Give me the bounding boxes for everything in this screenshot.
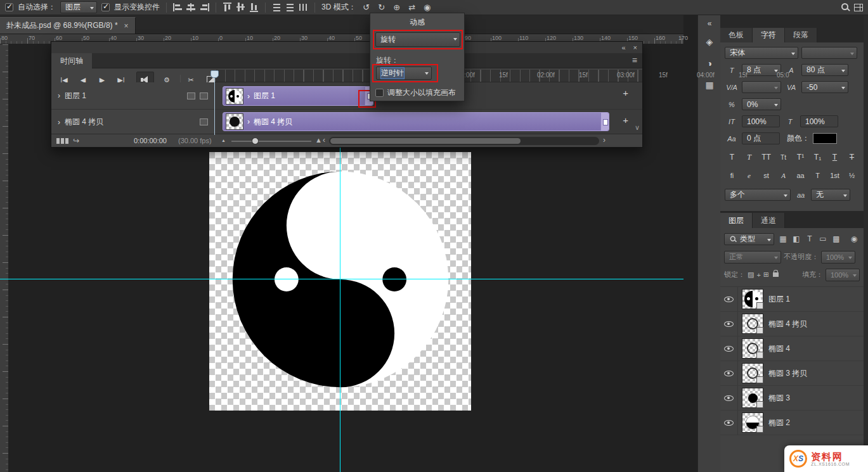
playhead-handle[interactable]: [211, 70, 219, 78]
visibility-cell[interactable]: [720, 386, 738, 410]
antialias-dropdown[interactable]: 无: [811, 189, 850, 201]
align-right-icon[interactable]: [200, 3, 209, 11]
language-dropdown[interactable]: 多个: [725, 189, 791, 201]
zoom-out-icon[interactable]: ▲: [221, 138, 226, 143]
type-style-button[interactable]: Tt: [775, 151, 791, 163]
layer-row[interactable]: 图层 1: [720, 287, 864, 312]
opentype-feature-button[interactable]: fi: [724, 169, 740, 182]
horizontal-scale-field[interactable]: 100%: [800, 115, 838, 127]
layer-thumbnail[interactable]: [742, 412, 763, 433]
layer-row[interactable]: 椭圆 4: [720, 336, 864, 361]
mode3d-icon[interactable]: ⇄: [406, 3, 418, 12]
align-left-icon[interactable]: [173, 3, 183, 11]
timeline-scrollbar[interactable]: [329, 137, 599, 145]
align-bottom-icon[interactable]: [250, 3, 258, 12]
scroll-right-icon[interactable]: ›: [603, 136, 606, 144]
layer-name[interactable]: 椭圆 4 拷贝: [768, 319, 807, 329]
eye-icon[interactable]: [724, 346, 734, 352]
add-media-button[interactable]: +: [623, 115, 628, 125]
track-toggle-icon[interactable]: [187, 92, 195, 99]
layer-thumbnail[interactable]: [742, 388, 763, 408]
scroll-left-icon[interactable]: ‹: [323, 136, 325, 144]
resize-checkbox[interactable]: [375, 89, 384, 97]
opentype-feature-button[interactable]: aa: [793, 169, 808, 182]
eye-icon[interactable]: [724, 321, 734, 327]
lock-all-icon[interactable]: [773, 272, 779, 277]
mode3d-icon[interactable]: ↺: [361, 3, 372, 12]
disclosure-icon[interactable]: ›: [58, 91, 60, 100]
opentype-feature-button[interactable]: A: [775, 169, 791, 182]
clip-layer1[interactable]: › 图层 1: [223, 86, 373, 106]
layer-filter-icon[interactable]: ▭: [817, 234, 829, 243]
tab-character[interactable]: 字符: [753, 28, 785, 42]
opentype-feature-button[interactable]: T: [810, 169, 826, 182]
type-style-button[interactable]: T: [827, 151, 843, 163]
tracking-dropdown[interactable]: -50: [801, 81, 848, 93]
proportional-spacing-dropdown[interactable]: 0%: [742, 98, 781, 110]
layer-thumbnail[interactable]: [742, 289, 763, 309]
expand-panels-icon[interactable]: «: [698, 19, 721, 28]
visibility-cell[interactable]: [720, 336, 738, 360]
track-toggle-icon[interactable]: [200, 92, 208, 99]
track-label-ellipse4copy[interactable]: › 椭圆 4 拷贝: [51, 110, 215, 134]
timeline-zoom-slider-handle[interactable]: [252, 137, 259, 144]
clip-ellipse4copy[interactable]: › 椭圆 4 拷贝: [223, 112, 609, 131]
type-style-button[interactable]: T: [844, 151, 860, 163]
layer-filter-icon[interactable]: ▩: [831, 234, 842, 243]
type-style-button[interactable]: T: [741, 151, 757, 163]
add-media-button[interactable]: +: [623, 87, 628, 98]
lock-option-icon[interactable]: ▨: [748, 271, 754, 279]
show-transform-checkbox[interactable]: [101, 3, 110, 11]
vertical-scale-field[interactable]: 100%: [742, 115, 780, 127]
scroll-tracks-down-icon[interactable]: ∨: [635, 124, 640, 132]
tab-swatches[interactable]: 色板: [720, 28, 753, 42]
font-size-dropdown[interactable]: 8 点: [742, 64, 781, 76]
disclosure-icon[interactable]: ›: [247, 92, 250, 101]
collapsed-panel-icon[interactable]: ◑: [698, 58, 721, 68]
baseline-shift-field[interactable]: 0 点: [742, 132, 780, 144]
opentype-feature-button[interactable]: 1st: [827, 169, 843, 182]
visibility-cell[interactable]: [720, 287, 738, 311]
layer-name[interactable]: 图层 1: [768, 294, 790, 305]
close-tab-icon[interactable]: ×: [124, 22, 129, 30]
clip-trim-handle[interactable]: [600, 113, 609, 131]
vertical-ruler[interactable]: [0, 44, 9, 472]
disclosure-icon[interactable]: ›: [58, 118, 60, 127]
visibility-cell[interactable]: [720, 312, 738, 336]
blend-mode-dropdown[interactable]: 正常: [724, 251, 781, 264]
close-panel-icon[interactable]: ×: [633, 44, 637, 51]
frame-display-icon[interactable]: [56, 138, 69, 144]
layer-name[interactable]: 椭圆 3: [768, 393, 790, 404]
filter-toggle-icon[interactable]: ◉: [848, 234, 860, 243]
visibility-cell[interactable]: [720, 411, 738, 435]
layer-filter-dropdown[interactable]: 类型: [724, 233, 774, 245]
auto-select-target-dropdown[interactable]: 图层: [60, 1, 97, 13]
track-toggle-icon[interactable]: [200, 118, 208, 125]
visibility-cell[interactable]: [720, 361, 738, 385]
layer-filter-icon[interactable]: ▦: [777, 234, 789, 243]
lock-option-icon[interactable]: ⊞: [763, 271, 769, 279]
opentype-feature-button[interactable]: st: [758, 169, 774, 182]
layer-name[interactable]: 椭圆 4: [768, 343, 790, 354]
distribute-left-icon[interactable]: [299, 3, 308, 12]
type-style-button[interactable]: T¹: [793, 151, 808, 163]
type-style-button[interactable]: T: [724, 151, 740, 163]
collapsed-panel-icon[interactable]: ◈: [698, 37, 721, 47]
workspace-icon[interactable]: [854, 4, 863, 11]
layer-name[interactable]: 椭圆 3 拷贝: [768, 368, 807, 379]
layer-row[interactable]: 椭圆 2: [720, 411, 864, 435]
lock-option-icon[interactable]: +: [756, 271, 760, 279]
distribute-top-icon[interactable]: [272, 3, 282, 11]
leading-dropdown[interactable]: 80 点: [801, 64, 848, 76]
eye-icon[interactable]: [724, 297, 734, 302]
track-label-layer1[interactable]: › 图层 1: [51, 82, 215, 109]
tab-channels[interactable]: 通道: [753, 213, 785, 228]
eye-icon[interactable]: [724, 371, 734, 376]
type-style-button[interactable]: TT: [758, 151, 774, 163]
timeline-zoom-slider-track[interactable]: [231, 141, 311, 142]
dock-scrollbar[interactable]: [864, 15, 868, 472]
layer-filter-icon[interactable]: ◧: [791, 234, 802, 243]
layer-thumbnail[interactable]: [742, 314, 763, 334]
eye-icon[interactable]: [724, 395, 734, 401]
auto-select-checkbox[interactable]: [5, 3, 13, 11]
